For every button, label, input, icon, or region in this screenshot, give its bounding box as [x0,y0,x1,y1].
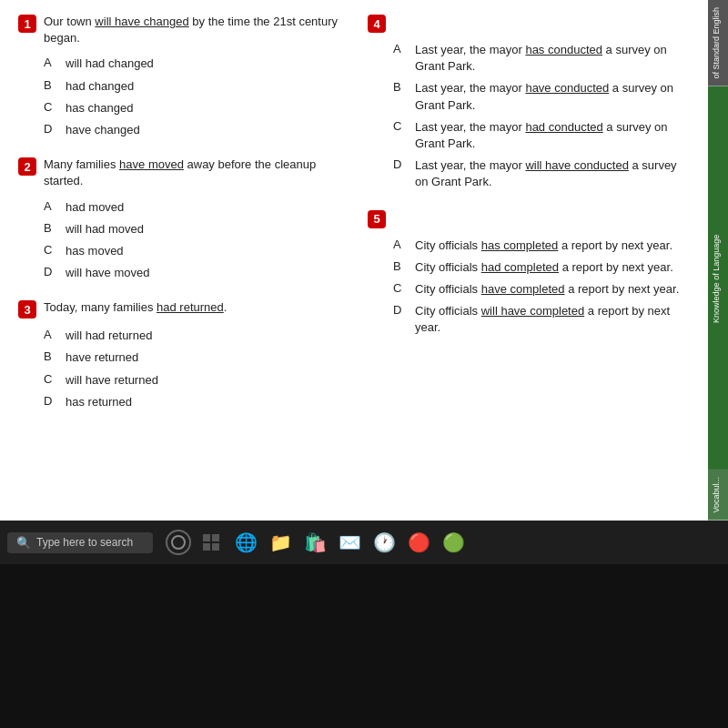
q2-option-d-text: will have moved [66,265,150,281]
q5-option-a-text: City officials has completed a report by… [415,238,672,254]
windows-icon-svg [203,534,219,551]
q4-option-d-letter: D [393,157,408,171]
q3-option-a-text: will had returned [66,328,152,344]
q2-option-a-text: had moved [66,199,124,216]
taskbar-mail-icon[interactable]: ✉️ [335,528,364,557]
q4-option-c-letter: C [393,119,408,133]
q3-option-d-text: has returned [66,394,132,410]
svg-rect-0 [203,534,210,541]
taskbar-app1-icon[interactable]: 🔴 [404,528,433,557]
q2-option-c-text: has moved [66,243,124,259]
taskbar-clock-icon[interactable]: 🕐 [369,528,399,557]
q1-option-b-text: had changed [66,78,134,95]
q2-option-d[interactable]: D will have moved [18,265,340,281]
question-2-header: 2 Many families have moved away before t… [18,157,340,189]
question-2-number: 2 [18,157,36,176]
q1-underlined: will have changed [95,15,188,28]
taskbar-circle-icon [171,535,186,550]
q5-option-b-text: City officials had completed a report by… [415,259,673,276]
q3-option-c-text: will have returned [66,372,158,389]
q3-option-b-letter: B [44,349,58,363]
sidebar-tab-standard-english: of Standard English [708,0,728,86]
q5-option-d[interactable]: D City officials will have completed a r… [368,303,690,336]
main-content: 1 Our town will have changed by the time… [0,0,708,521]
q5-option-a-letter: A [393,238,408,251]
q2-option-d-letter: D [44,265,58,278]
q4-option-b[interactable]: B Last year, the mayor have conducted a … [368,80,690,113]
taskbar-search-button[interactable] [166,530,191,555]
sidebar-tab-vocabulary: Vocabul... [708,470,728,521]
q3-option-c[interactable]: C will have returned [18,372,340,389]
taskbar-folder-icon[interactable]: 📁 [266,528,295,557]
q2-option-b-text: will had moved [66,221,144,238]
dark-bottom-area [0,564,728,728]
q2-option-b[interactable]: B will had moved [18,221,340,238]
q2-option-a-letter: A [44,199,58,213]
q4-option-c-text: Last year, the mayor had conducted a sur… [415,119,690,152]
question-3-number: 3 [18,300,36,318]
left-column: 1 Our town will have changed by the time… [18,14,340,507]
q1-option-d[interactable]: D have changed [18,122,340,138]
q5-option-c-text: City officials have completed a report b… [415,281,679,298]
q2-option-c-letter: C [44,243,58,257]
q1-option-d-text: have changed [66,122,140,138]
svg-rect-2 [203,543,210,551]
taskbar-app2-icon[interactable]: 🟢 [439,528,468,557]
q3-option-b[interactable]: B have returned [18,349,340,366]
q3-option-a[interactable]: A will had returned [18,328,340,344]
q5-option-b-letter: B [393,259,408,273]
q2-option-b-letter: B [44,221,58,235]
question-2-text: Many families have moved away before the… [44,157,340,189]
q1-option-c-letter: C [44,100,58,114]
q5-option-b[interactable]: B City officials had completed a report … [368,259,690,276]
q1-option-b-letter: B [44,78,58,92]
q1-option-a[interactable]: A will had changed [18,56,340,72]
sidebar-tab-knowledge: Knowledge of Language [708,86,728,470]
q1-option-d-letter: D [44,122,58,136]
q1-option-c-text: has changed [66,100,133,116]
taskbar-search-area[interactable]: 🔍 Type here to search [7,532,153,553]
q3-option-a-letter: A [44,328,58,341]
q2-option-a[interactable]: A had moved [18,199,340,216]
q4-option-d-text: Last year, the mayor will have conducted… [415,157,690,190]
q4-option-a-letter: A [393,42,408,56]
q4-option-a-text: Last year, the mayor has conducted a sur… [415,42,690,75]
svg-rect-3 [212,543,219,551]
q5-option-d-letter: D [393,303,408,317]
sidebar-tab-knowledge-text: Knowledge of Language [712,234,721,322]
question-5-number: 5 [368,210,386,228]
sidebar-tab-standard-english-text: of Standard English [712,7,721,79]
svg-rect-1 [212,534,219,541]
q1-option-c[interactable]: C has changed [18,100,340,116]
q4-option-b-text: Last year, the mayor have conducted a su… [415,80,690,113]
q2-option-c[interactable]: C has moved [18,243,340,259]
question-1-text: Our town will have changed by the time t… [44,14,340,46]
q2-underlined: have moved [119,157,184,171]
search-icon: 🔍 [16,536,31,550]
q5-option-c[interactable]: C City officials have completed a report… [368,281,690,298]
question-4-number: 4 [368,15,386,33]
question-1-header: 1 Our town will have changed by the time… [18,14,340,46]
question-4-block: 4 A Last year, the mayor has conducted a… [368,14,690,191]
taskbar-search-text: Type here to search [36,536,133,549]
taskbar-windows-icon[interactable] [197,528,226,557]
right-column: 4 A Last year, the mayor has conducted a… [368,14,690,507]
taskbar: 🔍 Type here to search 🌐 📁 🛍️ ✉️ 🕐 🔴 🟢 [0,521,728,564]
q3-option-c-letter: C [44,372,58,386]
question-1-number: 1 [18,15,36,33]
q3-underlined: had returned [157,300,224,314]
q3-option-d[interactable]: D has returned [18,394,340,410]
question-2-block: 2 Many families have moved away before t… [18,157,340,281]
q4-option-a[interactable]: A Last year, the mayor has conducted a s… [368,42,690,75]
q4-option-c[interactable]: C Last year, the mayor had conducted a s… [368,119,690,152]
q1-option-b[interactable]: B had changed [18,78,340,95]
taskbar-store-icon[interactable]: 🛍️ [300,528,329,557]
taskbar-edge-icon[interactable]: 🌐 [231,528,260,557]
q3-option-d-letter: D [44,394,58,408]
q1-option-a-letter: A [44,56,58,69]
q4-option-d[interactable]: D Last year, the mayor will have conduct… [368,157,690,190]
q5-option-a[interactable]: A City officials has completed a report … [368,238,690,254]
question-3-block: 3 Today, many families had returned. A w… [18,299,340,410]
q3-option-b-text: have returned [66,349,138,366]
worksheet-area: 1 Our town will have changed by the time… [0,0,728,521]
